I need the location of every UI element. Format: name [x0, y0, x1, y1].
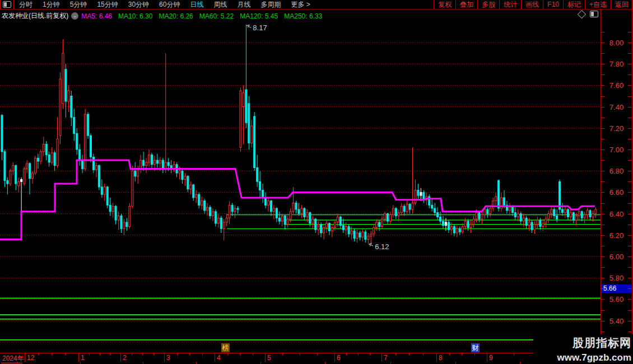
candle-body — [7, 180, 8, 184]
period-item-7[interactable]: 周线 — [208, 0, 232, 10]
candle-body — [132, 171, 133, 206]
tool-item-4[interactable]: 画线 — [521, 0, 543, 9]
candle-body — [456, 228, 458, 233]
axis-tick — [628, 332, 631, 332]
candle-body — [562, 209, 564, 213]
collapse-chevron-icon[interactable]: ⌄ — [71, 12, 78, 20]
event-marker-榜[interactable]: 榜 — [221, 343, 230, 352]
candle-body — [104, 187, 105, 194]
candle-body — [220, 218, 222, 228]
week-tick — [449, 353, 450, 356]
period-item-6[interactable]: 日线 — [185, 0, 208, 10]
candle-body — [323, 227, 325, 233]
candlestick-chart[interactable]: 8.176.12 — [0, 23, 601, 353]
tool-item-8[interactable]: 返回 — [611, 0, 633, 9]
axis-tick — [628, 32, 631, 32]
candle-body — [45, 144, 47, 155]
time-axis[interactable]: 2024年 12123456789 — [0, 353, 601, 362]
event-marker-财[interactable]: 财 — [471, 343, 480, 352]
period-item-8[interactable]: 月线 — [232, 0, 255, 10]
candle-body — [29, 164, 31, 179]
period-item-0[interactable]: 分时 — [14, 0, 38, 10]
candle-body — [217, 218, 219, 223]
candle-body — [376, 222, 378, 228]
trend-line — [0, 160, 595, 239]
tool-item-7[interactable]: +自选 — [585, 0, 611, 9]
candle-body — [51, 153, 53, 162]
candle-body — [567, 209, 569, 217]
candle-body — [43, 144, 44, 151]
candle-body — [109, 205, 111, 211]
tool-item-1[interactable]: 叠加 — [455, 0, 477, 9]
candle-body — [331, 227, 333, 231]
watermark-url: www.7gpzb.com — [533, 352, 631, 363]
week-tick — [89, 353, 90, 356]
candle-body — [234, 208, 236, 212]
tool-item-2[interactable]: 多股 — [477, 0, 499, 9]
axis-tick — [601, 256, 604, 257]
candle-body — [229, 205, 230, 218]
month-separator — [25, 353, 25, 362]
axis-tick — [601, 53, 604, 54]
axis-tick — [601, 235, 604, 236]
candle-body — [448, 222, 449, 230]
month-separator — [436, 353, 437, 362]
candle-body — [262, 190, 264, 198]
period-item-5[interactable]: 60分钟 — [154, 0, 185, 10]
layout-icon[interactable] — [590, 11, 598, 17]
tool-item-6[interactable]: 标记 — [563, 0, 585, 9]
candle-body — [443, 221, 444, 226]
month-label-4: 4 — [217, 354, 221, 362]
tool-item-5[interactable]: F10 — [543, 0, 563, 9]
month-label-12: 12 — [27, 354, 34, 362]
axis-tick — [601, 321, 604, 321]
axis-tick — [601, 181, 604, 182]
candle-body — [179, 171, 180, 173]
panel-toggle-button[interactable] — [0, 0, 14, 9]
candle-body — [389, 215, 391, 221]
period-item-2[interactable]: 5分钟 — [65, 0, 92, 10]
candle-body — [304, 208, 305, 217]
period-item-10[interactable]: 更多 > — [286, 0, 315, 10]
candle-body — [257, 167, 258, 181]
period-item-9[interactable]: 多周期 — [255, 0, 286, 10]
axis-tick — [628, 225, 631, 225]
candle-body — [290, 212, 291, 219]
axis-tick — [628, 107, 631, 108]
candle-body — [503, 198, 505, 205]
candle-body — [445, 222, 446, 226]
diamond-icon[interactable] — [578, 10, 587, 18]
axis-tick — [601, 118, 604, 118]
candle-body — [320, 225, 322, 233]
axis-tick — [628, 288, 631, 289]
tool-item-3[interactable]: 统计 — [499, 0, 521, 9]
candle-body — [181, 171, 183, 179]
annotation-text: 6.12 — [375, 242, 389, 251]
candle-body — [523, 218, 524, 221]
week-tick — [462, 353, 462, 356]
axis-label: 6.00 — [601, 253, 632, 261]
candle-body — [356, 233, 358, 239]
price-highlight-badge: 5.66 — [602, 284, 631, 293]
annotation-text: 8.17 — [253, 24, 267, 32]
candle-body — [434, 208, 436, 213]
tool-item-0[interactable]: 复权 — [434, 0, 455, 9]
axis-tick — [628, 256, 631, 257]
month-separator — [215, 353, 215, 362]
candle-body — [207, 207, 208, 211]
candle-body — [409, 204, 411, 209]
candle-body — [401, 206, 402, 212]
axis-tick — [601, 139, 604, 139]
candle-body — [415, 190, 416, 203]
period-item-3[interactable]: 15分钟 — [92, 0, 123, 10]
candle-body — [462, 227, 463, 232]
period-item-4[interactable]: 30分钟 — [123, 0, 154, 10]
period-item-1[interactable]: 1分钟 — [38, 0, 65, 10]
candle-body — [198, 194, 200, 205]
axis-tick — [601, 267, 604, 268]
candle-body — [270, 201, 272, 212]
candle-body — [490, 208, 491, 214]
candle-body — [209, 207, 211, 216]
candle-body — [259, 181, 261, 190]
candle-body — [328, 223, 330, 231]
